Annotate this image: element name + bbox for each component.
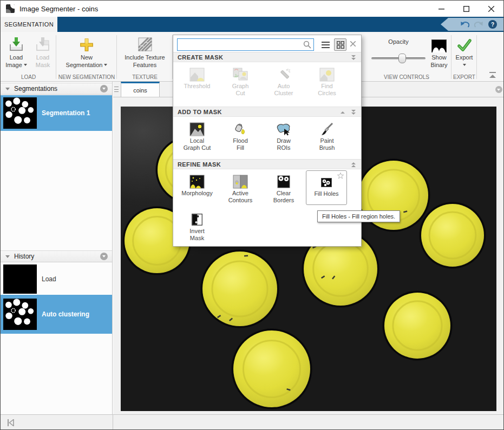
gallery-item-label: Cut <box>235 90 245 96</box>
coin <box>232 329 312 409</box>
toolbar-section-new-segmentation: New Segmentation NEW SEGMENTATION <box>56 32 117 81</box>
gallery-section-add-to-mask: ADD TO MASK <box>173 107 361 117</box>
coin <box>383 291 453 361</box>
undo-icon <box>460 21 469 28</box>
show-binary-label: Show <box>431 54 447 61</box>
redo-button[interactable] <box>474 21 483 28</box>
panel-menu-icon[interactable] <box>100 253 108 260</box>
favorite-star-icon[interactable] <box>337 173 344 179</box>
maximize-button[interactable] <box>454 1 479 17</box>
include-texture-button[interactable]: Include Texture Features <box>119 34 171 69</box>
paint-brush-icon <box>306 118 348 137</box>
invert-mask-icon <box>176 208 218 228</box>
splitter-grip-icon[interactable] <box>114 85 119 93</box>
dropdown-arrow-icon <box>463 64 466 66</box>
gallery-section-refine-mask: REFINE MASK <box>173 159 361 169</box>
document-tab-coins[interactable]: coins <box>121 82 160 97</box>
segmentations-panel-header[interactable]: Segmentations <box>1 83 112 95</box>
status-divider <box>113 415 113 430</box>
export-label: Export <box>456 54 473 61</box>
undo-button[interactable] <box>460 21 469 28</box>
gallery-item-clear-borders[interactable]: ClearBorders <box>263 170 305 208</box>
gallery-item-auto-cluster[interactable]: AutoCluster <box>263 63 305 107</box>
show-binary-icon <box>428 34 450 52</box>
window-title: Image Segmenter - coins <box>19 5 98 13</box>
new-segmentation-icon <box>58 34 115 52</box>
list-view-button[interactable] <box>319 38 332 51</box>
gallery-item-find-circles[interactable]: FindCircles <box>306 63 348 107</box>
chevron-double-down-icon[interactable] <box>350 55 357 61</box>
load-mask-button[interactable]: Load Mask <box>31 34 55 69</box>
export-icon <box>453 34 476 52</box>
gallery-item-local-graph-cut[interactable]: LocalGraph Cut <box>176 118 218 159</box>
gallery-item-flood-fill[interactable]: FloodFill <box>219 118 261 159</box>
history-item-auto-clustering[interactable]: Auto clustering <box>1 295 112 334</box>
load-image-button[interactable]: Load Image <box>3 34 30 69</box>
collapse-panel-icon[interactable] <box>7 419 15 426</box>
texture-icon <box>119 34 171 52</box>
gallery-item-label: Active <box>232 190 248 196</box>
segmentation-thumbnail <box>3 97 37 129</box>
collapse-ribbon-icon <box>489 72 496 73</box>
close-gallery-button[interactable] <box>349 39 357 48</box>
gallery-item-invert-mask[interactable]: InvertMask <box>176 208 218 245</box>
gallery-section-title: REFINE MASK <box>178 161 221 168</box>
coin <box>420 202 486 269</box>
history-item-load[interactable]: Load <box>1 263 112 295</box>
chevron-double-up-icon[interactable] <box>350 162 357 168</box>
gallery-item-draw-rois[interactable]: DrawROIs <box>263 118 305 159</box>
ribbon-tab-row: SEGMENTATION ? <box>1 17 503 32</box>
opacity-slider[interactable] <box>371 54 426 63</box>
panel-menu-icon[interactable] <box>100 85 108 92</box>
chevron-up-icon[interactable] <box>339 110 346 115</box>
export-button[interactable]: Export <box>453 34 476 69</box>
gallery-item-label: Mask <box>190 235 204 241</box>
include-texture-label: Features <box>133 62 156 68</box>
grid-view-button[interactable] <box>334 38 346 51</box>
gallery-item-paint-brush[interactable]: PaintBrush <box>306 118 348 159</box>
close-button[interactable] <box>479 1 503 17</box>
app-icon <box>6 4 15 13</box>
help-button[interactable]: ? <box>488 20 497 29</box>
segmentation-list-item[interactable]: Segmentation 1 <box>1 95 112 131</box>
gallery-item-label: Cluster <box>274 90 293 96</box>
gallery-section-title: CREATE MASK <box>178 54 223 61</box>
gallery-item-active-contours[interactable]: ActiveContours <box>219 170 261 208</box>
minimize-ribbon-button[interactable] <box>488 72 498 79</box>
section-label-new-segmentation: NEW SEGMENTATION <box>56 74 117 80</box>
gallery-item-fill-holes[interactable]: Fill Holes <box>306 170 347 205</box>
tab-segmentation[interactable]: SEGMENTATION <box>1 17 57 32</box>
gallery-item-graph-cut[interactable]: GraphCut <box>219 63 261 107</box>
show-binary-button[interactable]: Show Binary <box>428 34 450 69</box>
maximize-icon <box>463 6 469 12</box>
gallery-item-label: Draw <box>277 137 291 144</box>
gallery-item-label: Contours <box>228 197 253 203</box>
clear-borders-icon <box>263 170 305 190</box>
status-bar <box>1 414 503 430</box>
auto-cluster-icon <box>263 63 305 83</box>
gallery-item-label: Graph Cut <box>184 144 211 151</box>
gallery-item-threshold[interactable]: Threshold <box>176 63 218 107</box>
chevron-double-down-icon[interactable] <box>350 110 357 115</box>
new-segmentation-label: New <box>81 54 93 61</box>
collapse-ribbon-icon <box>489 75 496 78</box>
history-panel-header[interactable]: History <box>1 250 112 262</box>
collapse-triangle-icon[interactable] <box>5 255 10 258</box>
gallery-item-label: Morphology <box>181 190 212 196</box>
toolbar-section-load: Load Image Load Mask LOAD <box>1 32 56 81</box>
gallery-item-label: Auto <box>278 83 290 89</box>
draw-rois-icon <box>263 118 305 137</box>
opacity-slider-thumb[interactable] <box>398 54 406 63</box>
search-input[interactable] <box>179 39 300 50</box>
gallery-item-label: Local <box>190 137 204 144</box>
history-item-label: Load <box>42 275 56 283</box>
history-panel-title: History <box>14 253 34 260</box>
minimize-button[interactable] <box>429 1 454 17</box>
gallery-item-morphology[interactable]: Morphology <box>176 170 218 208</box>
new-segmentation-button[interactable]: New Segmentation <box>58 34 115 69</box>
gallery-item-label: ROIs <box>277 144 290 151</box>
load-thumbnail <box>3 264 37 294</box>
collapse-triangle-icon[interactable] <box>5 88 10 90</box>
segmentations-panel-title: Segmentations <box>14 85 57 92</box>
panel-menu-icon[interactable] <box>495 86 502 93</box>
